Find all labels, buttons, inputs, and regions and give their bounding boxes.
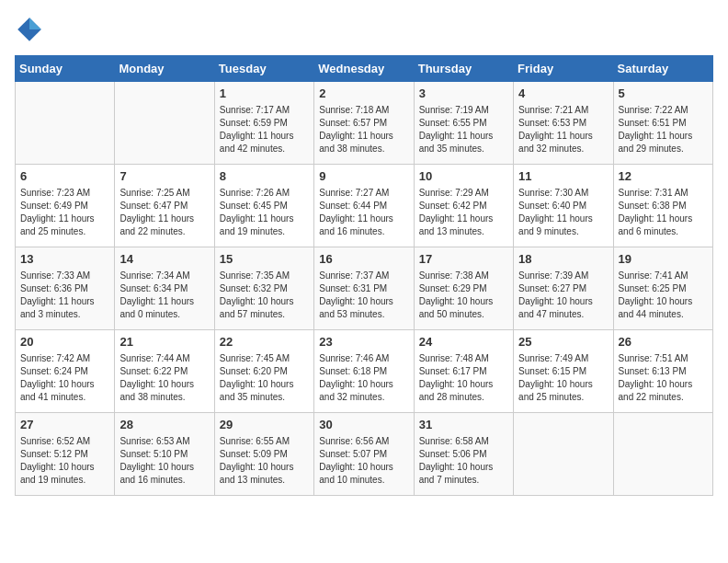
day-info: Daylight: 10 hours and 16 minutes. <box>119 461 209 487</box>
day-number: 16 <box>319 251 408 268</box>
calendar-week-row: 20Sunrise: 7:42 AMSunset: 6:24 PMDayligh… <box>16 330 713 413</box>
calendar-table: SundayMondayTuesdayWednesdayThursdayFrid… <box>15 55 713 496</box>
day-info: Sunset: 5:07 PM <box>319 448 408 461</box>
day-number: 18 <box>518 251 608 268</box>
day-info: Sunrise: 7:49 AM <box>518 352 608 365</box>
day-info: Sunrise: 7:30 AM <box>518 187 608 200</box>
day-info: Sunrise: 7:25 AM <box>119 187 209 200</box>
day-info: Daylight: 11 hours and 35 minutes. <box>419 130 508 155</box>
day-info: Daylight: 11 hours and 38 minutes. <box>319 130 408 155</box>
day-info: Sunset: 6:45 PM <box>220 200 309 213</box>
calendar-cell: 20Sunrise: 7:42 AMSunset: 6:24 PMDayligh… <box>16 330 115 413</box>
day-info: Sunset: 6:27 PM <box>518 282 608 295</box>
calendar-header-row: SundayMondayTuesdayWednesdayThursdayFrid… <box>16 56 713 82</box>
day-info: Sunset: 6:36 PM <box>20 282 109 295</box>
day-info: Sunset: 6:40 PM <box>518 200 608 213</box>
day-info: Sunrise: 7:42 AM <box>20 352 109 365</box>
calendar-cell: 13Sunrise: 7:33 AMSunset: 6:36 PMDayligh… <box>16 247 115 330</box>
day-info: Sunset: 6:53 PM <box>518 117 608 130</box>
calendar-cell: 31Sunrise: 6:58 AMSunset: 5:06 PMDayligh… <box>414 413 513 496</box>
day-info: Daylight: 11 hours and 19 minutes. <box>220 213 309 238</box>
day-number: 25 <box>518 334 608 350</box>
calendar-cell: 5Sunrise: 7:22 AMSunset: 6:51 PMDaylight… <box>613 82 712 165</box>
day-info: Sunrise: 6:58 AM <box>419 435 508 448</box>
day-info: Sunrise: 7:41 AM <box>619 270 708 282</box>
calendar-cell: 8Sunrise: 7:26 AMSunset: 6:45 PMDaylight… <box>214 165 313 247</box>
calendar-cell <box>514 413 613 496</box>
day-header-thursday: Thursday <box>414 56 513 82</box>
calendar-cell: 26Sunrise: 7:51 AMSunset: 6:13 PMDayligh… <box>613 330 712 413</box>
calendar-cell: 18Sunrise: 7:39 AMSunset: 6:27 PMDayligh… <box>514 247 613 330</box>
day-info: Sunrise: 7:38 AM <box>419 270 508 282</box>
day-info: Sunrise: 7:29 AM <box>419 187 508 200</box>
day-info: Sunrise: 7:39 AM <box>518 270 608 282</box>
calendar-cell: 7Sunrise: 7:25 AMSunset: 6:47 PMDaylight… <box>115 165 214 247</box>
day-info: Daylight: 11 hours and 16 minutes. <box>319 213 408 238</box>
calendar-cell: 24Sunrise: 7:48 AMSunset: 6:17 PMDayligh… <box>414 330 513 413</box>
calendar-cell: 21Sunrise: 7:44 AMSunset: 6:22 PMDayligh… <box>115 330 214 413</box>
day-info: Sunrise: 7:45 AM <box>220 352 309 365</box>
calendar-cell: 28Sunrise: 6:53 AMSunset: 5:10 PMDayligh… <box>115 413 214 496</box>
day-info: Sunset: 6:29 PM <box>419 282 508 295</box>
calendar-cell: 27Sunrise: 6:52 AMSunset: 5:12 PMDayligh… <box>16 413 115 496</box>
day-number: 14 <box>119 251 209 268</box>
day-info: Sunrise: 7:37 AM <box>319 270 408 282</box>
day-info: Sunrise: 6:56 AM <box>319 435 408 448</box>
day-info: Daylight: 10 hours and 44 minutes. <box>619 295 708 321</box>
day-info: Daylight: 11 hours and 22 minutes. <box>119 213 209 238</box>
day-info: Daylight: 11 hours and 9 minutes. <box>518 213 608 238</box>
calendar-cell: 11Sunrise: 7:30 AMSunset: 6:40 PMDayligh… <box>514 165 613 247</box>
calendar-cell: 22Sunrise: 7:45 AMSunset: 6:20 PMDayligh… <box>214 330 313 413</box>
day-info: Daylight: 11 hours and 42 minutes. <box>220 130 309 155</box>
svg-marker-1 <box>29 17 41 29</box>
day-info: Daylight: 10 hours and 25 minutes. <box>518 378 608 404</box>
day-info: Sunrise: 6:53 AM <box>119 435 209 448</box>
day-info: Daylight: 11 hours and 13 minutes. <box>419 213 508 238</box>
calendar-cell: 19Sunrise: 7:41 AMSunset: 6:25 PMDayligh… <box>613 247 712 330</box>
day-info: Daylight: 10 hours and 53 minutes. <box>319 295 408 321</box>
day-number: 1 <box>220 86 309 102</box>
day-info: Daylight: 10 hours and 19 minutes. <box>20 461 109 487</box>
day-info: Sunset: 6:15 PM <box>518 365 608 378</box>
calendar-cell: 16Sunrise: 7:37 AMSunset: 6:31 PMDayligh… <box>314 247 414 330</box>
day-info: Daylight: 10 hours and 32 minutes. <box>319 378 408 404</box>
day-info: Daylight: 11 hours and 32 minutes. <box>518 130 608 155</box>
day-number: 9 <box>319 168 408 185</box>
day-info: Sunset: 6:18 PM <box>319 365 408 378</box>
logo <box>15 15 46 44</box>
day-number: 5 <box>619 86 708 102</box>
day-number: 2 <box>319 86 408 102</box>
day-info: Sunset: 6:32 PM <box>220 282 309 295</box>
day-info: Daylight: 10 hours and 41 minutes. <box>20 378 109 404</box>
day-header-tuesday: Tuesday <box>214 56 313 82</box>
day-info: Sunrise: 7:26 AM <box>220 187 309 200</box>
day-number: 19 <box>619 251 708 268</box>
day-number: 7 <box>119 168 209 185</box>
day-number: 11 <box>518 168 608 185</box>
day-number: 6 <box>20 168 109 185</box>
day-info: Sunrise: 7:22 AM <box>619 104 708 117</box>
day-info: Daylight: 10 hours and 35 minutes. <box>220 378 309 404</box>
calendar-cell <box>115 82 214 165</box>
day-info: Daylight: 10 hours and 10 minutes. <box>319 461 408 487</box>
day-info: Sunset: 6:20 PM <box>220 365 309 378</box>
calendar-cell: 30Sunrise: 6:56 AMSunset: 5:07 PMDayligh… <box>314 413 414 496</box>
calendar-cell: 14Sunrise: 7:34 AMSunset: 6:34 PMDayligh… <box>115 247 214 330</box>
day-info: Sunset: 5:12 PM <box>20 448 109 461</box>
calendar-cell <box>16 82 115 165</box>
calendar-cell: 1Sunrise: 7:17 AMSunset: 6:59 PMDaylight… <box>214 82 313 165</box>
day-info: Sunset: 5:10 PM <box>119 448 209 461</box>
day-info: Daylight: 10 hours and 13 minutes. <box>220 461 309 487</box>
day-info: Sunrise: 7:23 AM <box>20 187 109 200</box>
calendar-cell: 3Sunrise: 7:19 AMSunset: 6:55 PMDaylight… <box>414 82 513 165</box>
day-info: Sunset: 6:17 PM <box>419 365 508 378</box>
day-info: Sunset: 6:57 PM <box>319 117 408 130</box>
day-info: Daylight: 10 hours and 22 minutes. <box>619 378 708 404</box>
day-number: 12 <box>619 168 708 185</box>
day-info: Sunrise: 7:19 AM <box>419 104 508 117</box>
page-header <box>15 15 713 44</box>
day-info: Sunrise: 7:33 AM <box>20 270 109 282</box>
day-info: Sunrise: 7:35 AM <box>220 270 309 282</box>
day-info: Daylight: 10 hours and 57 minutes. <box>220 295 309 321</box>
day-info: Daylight: 10 hours and 50 minutes. <box>419 295 508 321</box>
